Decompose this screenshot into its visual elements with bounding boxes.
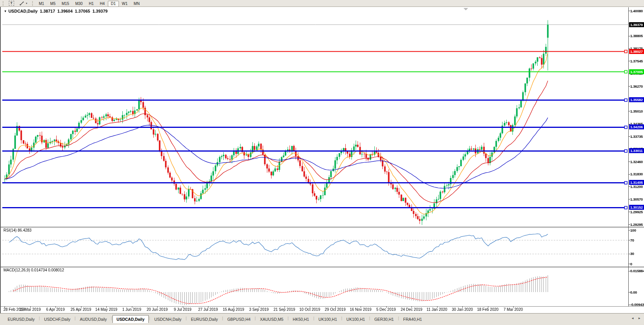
timeframe-button-h1[interactable]: H1 <box>86 1 97 7</box>
price-axis-tick-label: 1.31200 <box>630 185 643 189</box>
rsi-indicator-label: RSI(14) 86.4283 <box>3 228 31 232</box>
chart-tab-eurusd-daily[interactable]: EURUSD,Daily <box>4 315 39 323</box>
price-axis-tick-label: 1.32460 <box>630 160 643 164</box>
rsi-axis-tick-label: 0 <box>630 262 632 266</box>
timeframe-button-w1[interactable]: W1 <box>119 1 131 7</box>
date-axis-label: 10 Oct 2019 <box>296 307 323 312</box>
chart-tab-usdcnh-daily[interactable]: USDCNH,Daily <box>150 315 185 323</box>
chart-tab-usdchf-daily[interactable]: USDCHF,Daily <box>40 315 74 323</box>
diagonal-arrows-icon <box>20 1 24 6</box>
timeframe-button-mn[interactable]: MN <box>131 1 143 7</box>
date-axis-label: 20 Jun 2019 <box>144 307 171 312</box>
macd-axis-tick-label: 0.015884 <box>630 269 644 273</box>
collapse-indicator-icon[interactable]: ▼ <box>4 10 7 13</box>
chart-window <box>0 7 644 313</box>
date-axis-label: 9 Jul 2019 <box>169 307 196 312</box>
chart-tab-uk100-h1[interactable]: UK100,H1 <box>343 315 369 323</box>
chart-tools-button[interactable]: ▼ <box>17 0 31 7</box>
date-axis-label: 7 Mar 2020 <box>500 307 527 312</box>
price-line-label[interactable]: 1.33011 <box>629 148 644 153</box>
price-axis-tick-label: 1.38805 <box>630 34 643 38</box>
date-axis-label: 19 Mar 2019 <box>17 307 44 312</box>
chart-tab-gbpusd-h4[interactable]: GBPUSD,H4 <box>223 315 254 323</box>
price-line-label[interactable]: 1.31405 <box>629 180 644 185</box>
date-axis-label: 1 Jun 2019 <box>119 307 145 312</box>
price-axis-tick-label: 1.33735 <box>630 134 643 139</box>
date-axis-label: 30 Jan 2020 <box>449 307 476 312</box>
price-axis-tick-label: 1.36270 <box>630 84 643 88</box>
chart-tab-fra40-h1[interactable]: FRA40,H1 <box>399 315 426 323</box>
date-axis-label: 6 Apr 2019 <box>42 307 69 312</box>
chart-tab-usdcad-daily[interactable]: USDCAD,Daily <box>112 315 149 323</box>
tab-scroll-right-icon[interactable]: ► <box>638 317 641 320</box>
chart-title: ▼USDCAD,Daily1.387171.396041.370651.3937… <box>4 9 107 13</box>
ohlc-low: 1.37065 <box>75 9 90 13</box>
chart-tab-ger30-h1[interactable]: GER30,H1 <box>371 315 398 323</box>
date-axis-label: 14 May 2019 <box>93 307 120 312</box>
price-axis-tick-label: 1.30570 <box>630 197 643 201</box>
timeframe-button-d1[interactable]: D1 <box>108 1 119 7</box>
text-tool-button[interactable]: T <box>6 0 17 7</box>
ohlc-high: 1.39604 <box>57 9 73 13</box>
top-toolbar: T ▼ M1M5M15M30H1H4D1W1MN <box>0 0 644 7</box>
price-axis-tick-label: 1.31830 <box>630 172 643 176</box>
chart-tab-uk100-h1[interactable]: UK100,H1 <box>315 315 341 323</box>
current-price-label: 1.39379 <box>629 22 644 27</box>
timeframe-button-m5[interactable]: M5 <box>47 1 59 7</box>
price-line-label[interactable]: 1.35582 <box>629 97 644 102</box>
date-axis-label: 11 Jan 2020 <box>424 307 450 312</box>
price-axis-tick-label: 1.37545 <box>630 59 643 63</box>
price-axis-tick-label: 1.35010 <box>630 109 643 113</box>
timeframe-button-m15[interactable]: M15 <box>59 1 72 7</box>
price-axis-tick-label: 1.29925 <box>630 210 643 214</box>
date-axis-label: 16 Nov 2019 <box>347 307 374 312</box>
rsi-axis-tick-label: 100 <box>630 228 636 232</box>
rsi-axis-tick-label: 70 <box>630 238 634 242</box>
timeframe-button-h4[interactable]: H4 <box>97 1 108 7</box>
date-axis-label: 24 Dec 2019 <box>398 307 425 312</box>
date-axis-label: 15 Aug 2019 <box>220 307 247 312</box>
timeframe-button-m30[interactable]: M30 <box>72 1 86 7</box>
date-axis-label: 21 Sep 2019 <box>271 307 298 312</box>
chart-tab-audusd-daily[interactable]: AUDUSD,Daily <box>76 315 111 323</box>
chart-tab-xauusd-m5[interactable]: XAUUSD,M5 <box>256 315 287 323</box>
toolbar-gripper <box>3 1 4 6</box>
toolbar-gripper <box>32 1 34 6</box>
price-line-label[interactable]: 1.30152 <box>629 205 644 210</box>
chart-tab-eurusd-daily[interactable]: EURUSD,Daily <box>187 315 222 323</box>
chart-tabs: EURUSD,Daily|USDCHF,Daily|AUDUSD,Daily|U… <box>0 314 644 323</box>
price-line-label[interactable]: 1.38027 <box>629 49 644 54</box>
price-axis-tick-label: 1.29295 <box>630 222 643 227</box>
tab-scroll-controls: ◄ ► <box>631 317 641 320</box>
tab-scroll-left-icon[interactable]: ◄ <box>631 317 634 320</box>
rsi-axis-tick-label: 30 <box>630 252 634 256</box>
chart-tab-bar: EURUSD,Daily|USDCHF,Daily|AUDUSD,Daily|U… <box>0 313 644 325</box>
date-axis-label: 3 Sep 2019 <box>246 307 272 312</box>
date-axis-label: 29 Oct 2019 <box>322 307 349 312</box>
timeframe-button-m1[interactable]: M1 <box>36 1 47 7</box>
chart-tab-hk50-h1[interactable]: HK50,H1 <box>289 315 313 323</box>
date-axis-label: 27 Jul 2019 <box>195 307 221 312</box>
price-line-label[interactable]: 1.34206 <box>629 124 644 129</box>
macd-axis-tick-label: 0.00 <box>630 290 637 294</box>
macd-indicator-label: MACD(12,26,9) 0.014734 0.008012 <box>3 268 64 272</box>
dropdown-caret-icon: ▼ <box>26 2 28 5</box>
ohlc-open: 1.38717 <box>40 9 55 13</box>
symbol-title: USDCAD,Daily <box>8 9 37 13</box>
macd-axis-tick-label: -0.009437 <box>630 302 644 307</box>
timeframe-button-group: M1M5M15M30H1H4D1W1MN <box>36 0 143 7</box>
date-axis-label: 5 Dec 2019 <box>373 307 400 312</box>
text-tool-icon: T <box>9 1 14 6</box>
date-axis-label: 25 Apr 2019 <box>68 307 94 312</box>
price-axis-tick-label: 1.40080 <box>630 9 643 13</box>
price-line-label[interactable]: 1.37005 <box>629 69 644 74</box>
terminal-root: { "toolbar": { "text_tool": "T", "chart_… <box>0 0 644 325</box>
date-axis-label: 18 Feb 2020 <box>475 307 501 312</box>
ohlc-close: 1.39379 <box>93 9 108 13</box>
